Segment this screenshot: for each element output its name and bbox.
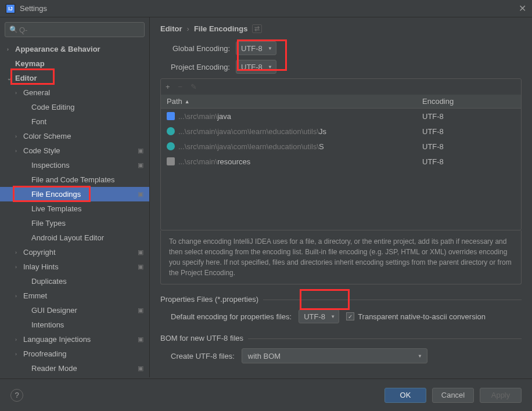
arrow-icon: › bbox=[15, 134, 23, 139]
sidebar-item-language-injections[interactable]: ›Language Injections▣ bbox=[0, 332, 149, 347]
sidebar-item-label: Reader Mode bbox=[31, 364, 77, 373]
sidebar-item-code-style[interactable]: ›Code Style▣ bbox=[0, 143, 149, 158]
table-toolbar: + − ✎ bbox=[161, 79, 521, 95]
sidebar-item-intentions[interactable]: Intentions bbox=[0, 318, 149, 332]
global-encoding-label: Global Encoding: bbox=[160, 44, 230, 53]
chevron-down-icon: ▼ bbox=[330, 314, 335, 319]
add-icon[interactable]: + bbox=[166, 82, 170, 91]
col-encoding[interactable]: Encoding bbox=[416, 97, 521, 106]
sidebar-item-keymap[interactable]: Keymap bbox=[0, 56, 149, 71]
sidebar-item-label: Android Layout Editor bbox=[31, 233, 104, 242]
encoding-cell[interactable]: UTF-8 bbox=[416, 142, 521, 151]
sidebar-item-appearance-behavior[interactable]: ›Appearance & Behavior bbox=[0, 42, 149, 56]
sidebar-item-proofreading[interactable]: ›Proofreading bbox=[0, 347, 149, 361]
bom-value: with BOM bbox=[248, 352, 281, 360]
title-bar: IJ Settings ✕ bbox=[0, 0, 532, 17]
app-icon: IJ bbox=[6, 4, 15, 13]
encoding-cell[interactable]: UTF-8 bbox=[416, 157, 521, 166]
close-icon[interactable]: ✕ bbox=[519, 3, 526, 14]
chevron-down-icon: ▼ bbox=[268, 46, 272, 51]
transparent-ascii-checkbox[interactable]: ✓ Transparent native-to-ascii conversion bbox=[346, 312, 486, 321]
sidebar-item-label: Copyright bbox=[23, 248, 56, 257]
remove-icon[interactable]: − bbox=[178, 82, 183, 91]
res-icon bbox=[167, 157, 175, 165]
sort-asc-icon: ▲ bbox=[185, 99, 190, 104]
arrow-icon: › bbox=[15, 250, 23, 255]
sidebar-item-label: Live Templates bbox=[31, 204, 81, 213]
sidebar-item-file-encodings[interactable]: File Encodings▣ bbox=[0, 187, 149, 201]
encoding-cell[interactable]: UTF-8 bbox=[416, 112, 521, 121]
ok-button[interactable]: OK bbox=[384, 388, 426, 403]
global-encoding-combo[interactable]: UTF-8 ▼ bbox=[236, 41, 276, 55]
apply-button[interactable]: Apply bbox=[480, 388, 522, 403]
sidebar-item-copyright[interactable]: ›Copyright▣ bbox=[0, 245, 149, 259]
sidebar-item-emmet[interactable]: ›Emmet bbox=[0, 289, 149, 303]
sidebar-item-inlay-hints[interactable]: ›Inlay Hints▣ bbox=[0, 259, 149, 274]
arrow-icon: › bbox=[15, 148, 23, 154]
sidebar-item-editor[interactable]: ⌄Editor bbox=[0, 71, 149, 85]
properties-section-title: Properties Files (*.properties) bbox=[160, 295, 522, 304]
arrow-icon: › bbox=[7, 46, 15, 52]
scope-badge-icon: ▣ bbox=[138, 307, 143, 314]
edit-icon[interactable]: ✎ bbox=[190, 82, 197, 91]
breadcrumb-root[interactable]: Editor bbox=[160, 24, 182, 33]
java-icon bbox=[167, 127, 175, 135]
sidebar-item-label: Duplicates bbox=[31, 277, 67, 286]
sidebar-item-label: File and Code Templates bbox=[31, 175, 115, 184]
help-icon[interactable]: ? bbox=[10, 389, 23, 402]
java-icon bbox=[167, 142, 175, 150]
sidebar-item-code-editing[interactable]: Code Editing bbox=[0, 100, 149, 114]
sidebar-item-android-layout-editor[interactable]: Android Layout Editor bbox=[0, 230, 149, 245]
sidebar-item-label: Language Injections bbox=[23, 335, 91, 344]
chevron-down-icon: ▼ bbox=[268, 64, 272, 70]
settings-tree: ›Appearance & BehaviorKeymap⌄Editor›Gene… bbox=[0, 41, 149, 377]
sidebar-item-label: Proofreading bbox=[23, 349, 66, 358]
checkbox-checked-icon: ✓ bbox=[346, 312, 354, 320]
project-encoding-combo[interactable]: UTF-8 ▼ bbox=[236, 60, 276, 74]
sidebar-item-font[interactable]: Font bbox=[0, 114, 149, 129]
bom-combo[interactable]: with BOM ▼ bbox=[242, 348, 427, 363]
sidebar-item-reader-mode[interactable]: Reader Mode▣ bbox=[0, 361, 149, 376]
sidebar-item-label: Emmet bbox=[23, 291, 47, 300]
encoding-cell[interactable]: UTF-8 bbox=[416, 127, 521, 136]
sidebar-item-live-templates[interactable]: Live Templates bbox=[0, 201, 149, 216]
sidebar-item-label: General bbox=[23, 88, 50, 97]
sidebar-item-label: Keymap bbox=[15, 59, 45, 68]
table-header: Path ▲ Encoding bbox=[161, 95, 521, 109]
cancel-button[interactable]: Cancel bbox=[432, 388, 474, 403]
table-row[interactable]: ...\src\main\resourcesUTF-8 bbox=[161, 154, 521, 169]
arrow-icon: › bbox=[15, 293, 23, 299]
global-encoding-value: UTF-8 bbox=[241, 44, 263, 53]
table-row[interactable]: ...\src\main\java\com\learn\education\ut… bbox=[161, 139, 521, 154]
sidebar-item-file-and-code-templates[interactable]: File and Code Templates bbox=[0, 172, 149, 187]
dialog-footer: ? OK Cancel Apply bbox=[0, 378, 532, 411]
sidebar-item-gui-designer[interactable]: GUI Designer▣ bbox=[0, 303, 149, 318]
sidebar-item-general[interactable]: ›General bbox=[0, 85, 149, 100]
bom-section-title: BOM for new UTF-8 files bbox=[160, 334, 522, 342]
sidebar-item-duplicates[interactable]: Duplicates bbox=[0, 274, 149, 289]
scope-badge-icon: ▣ bbox=[138, 365, 143, 372]
arrow-icon: › bbox=[15, 90, 23, 96]
props-encoding-combo[interactable]: UTF-8 ▼ bbox=[299, 309, 339, 323]
sidebar-item-label: Inlay Hints bbox=[23, 262, 59, 271]
sidebar-item-label: Editor bbox=[15, 74, 37, 82]
encoding-table: + − ✎ Path ▲ Encoding ...\src\main\javaU… bbox=[160, 78, 522, 230]
table-row[interactable]: ...\src\main\javaUTF-8 bbox=[161, 109, 521, 124]
chevron-down-icon: ▼ bbox=[418, 354, 422, 359]
col-path[interactable]: Path ▲ bbox=[161, 97, 416, 106]
scope-badge-icon: ▣ bbox=[138, 147, 143, 154]
sidebar-item-inspections[interactable]: Inspections▣ bbox=[0, 158, 149, 172]
table-row[interactable]: ...\src\main\java\com\learn\education\ut… bbox=[161, 124, 521, 139]
content-panel: Editor › File Encodings ⇄ Global Encodin… bbox=[150, 17, 532, 377]
breadcrumb: Editor › File Encodings ⇄ bbox=[160, 24, 522, 33]
scope-badge-icon: ▣ bbox=[138, 263, 143, 271]
search-input[interactable] bbox=[5, 22, 145, 37]
sidebar-item-label: Intentions bbox=[31, 320, 64, 329]
props-encoding-label: Default encoding for properties files: bbox=[171, 312, 292, 321]
sidebar-item-file-types[interactable]: File Types bbox=[0, 216, 149, 230]
history-icon[interactable]: ⇄ bbox=[252, 24, 262, 33]
sidebar-item-color-scheme[interactable]: ›Color Scheme bbox=[0, 129, 149, 143]
sidebar-item-label: Appearance & Behavior bbox=[15, 45, 100, 53]
sidebar-item-label: File Encodings bbox=[31, 190, 81, 199]
sidebar-item-label: GUI Designer bbox=[31, 306, 77, 315]
